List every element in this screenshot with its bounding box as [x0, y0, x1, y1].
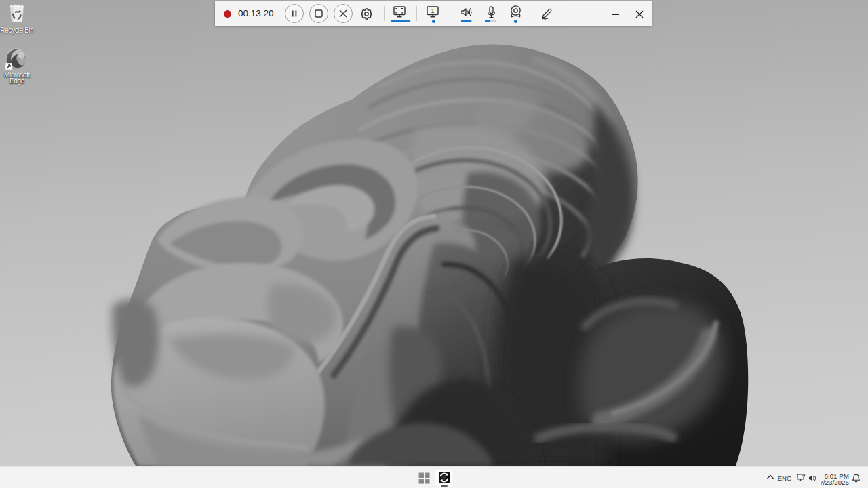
svg-text:1: 1 [431, 8, 435, 14]
